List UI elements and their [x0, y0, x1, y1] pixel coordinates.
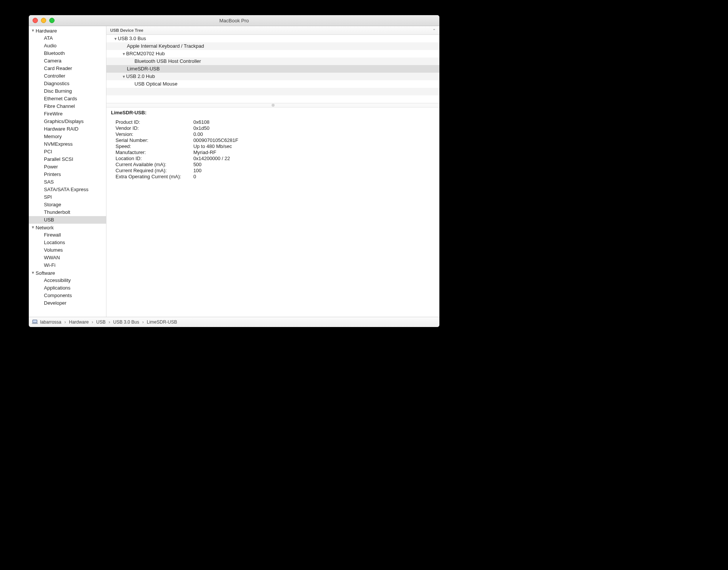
sidebar-item[interactable]: Fibre Channel	[29, 103, 106, 110]
sidebar-item[interactable]: Ethernet Cards	[29, 95, 106, 103]
tree-row-label: USB 3.0 Bus	[118, 36, 146, 41]
sidebar-item[interactable]: Graphics/Displays	[29, 118, 106, 125]
tree-row[interactable]: LimeSDR-USB	[106, 65, 439, 73]
sidebar-item[interactable]: Locations	[29, 239, 106, 246]
tree-row[interactable]: ▼BRCM20702 Hub	[106, 50, 439, 58]
titlebar[interactable]: MacBook Pro	[29, 15, 439, 26]
tree-row-label: USB Optical Mouse	[134, 81, 177, 87]
sidebar-category[interactable]: ▼Hardware	[29, 27, 106, 34]
sidebar-item[interactable]: USB	[29, 216, 106, 224]
sidebar-category[interactable]: ▼Software	[29, 269, 106, 277]
tree-row-label: Apple Internal Keyboard / Trackpad	[127, 43, 204, 49]
detail-value: Myriad-RF	[184, 150, 241, 156]
tree-row[interactable]: ▼USB 2.0 Hub	[106, 73, 439, 80]
sidebar-item[interactable]: Thunderbolt	[29, 209, 106, 216]
detail-title: LimeSDR-USB:	[111, 110, 435, 115]
detail-row: Extra Operating Current (mA):0	[116, 174, 241, 180]
tree-row[interactable]: USB Optical Mouse	[106, 80, 439, 88]
sidebar-item[interactable]: SPI	[29, 193, 106, 201]
sidebar-category[interactable]: ▼Network	[29, 224, 106, 231]
window-controls	[33, 18, 55, 23]
detail-row: Current Required (mA):100	[116, 168, 241, 174]
tree-row-label: BRCM20702 Hub	[126, 51, 165, 56]
detail-key: Speed:	[116, 143, 184, 150]
sidebar-item[interactable]: Diagnostics	[29, 80, 106, 87]
usb-device-tree[interactable]: ▼USB 3.0 BusApple Internal Keyboard / Tr…	[106, 35, 439, 95]
sidebar-item[interactable]: Volumes	[29, 246, 106, 254]
sidebar-item[interactable]: Memory	[29, 133, 106, 140]
sidebar-item[interactable]: Storage	[29, 201, 106, 209]
system-information-window: MacBook Pro ▼HardwareATAAudioBluetoothCa…	[29, 15, 439, 327]
window-body: ▼HardwareATAAudioBluetoothCameraCard Rea…	[29, 26, 439, 317]
detail-row: Vendor ID:0x1d50	[116, 125, 241, 131]
sidebar-item[interactable]: Audio	[29, 42, 106, 50]
disclosure-triangle-icon[interactable]: ▼	[122, 73, 126, 81]
split-handle[interactable]	[106, 103, 439, 107]
tree-row[interactable]: ▼USB 3.0 Bus	[106, 35, 439, 42]
disclosure-triangle-icon[interactable]: ▼	[31, 271, 35, 275]
sidebar-item[interactable]: Components	[29, 292, 106, 299]
sort-indicator-icon[interactable]: ⌃	[433, 28, 436, 33]
sidebar-item[interactable]: Card Reader	[29, 65, 106, 72]
disclosure-triangle-icon[interactable]: ▼	[122, 50, 126, 58]
sidebar-item[interactable]: Hardware RAID	[29, 125, 106, 133]
detail-key: Serial Number:	[116, 137, 184, 143]
sidebar-scroll[interactable]: ▼HardwareATAAudioBluetoothCameraCard Rea…	[29, 26, 106, 317]
svg-rect-2	[32, 323, 38, 324]
sidebar-item[interactable]: NVMExpress	[29, 140, 106, 148]
sidebar-item[interactable]: Disc Burning	[29, 87, 106, 95]
path-segment[interactable]: LimeSDR-USB	[147, 319, 177, 325]
svg-rect-1	[33, 320, 37, 322]
detail-key: Current Available (mA):	[116, 162, 184, 168]
detail-value: 100	[184, 168, 241, 174]
sidebar-item[interactable]: Printers	[29, 171, 106, 178]
sidebar-item[interactable]: Applications	[29, 284, 106, 292]
sidebar-item[interactable]: SATA/SATA Express	[29, 186, 106, 193]
path-segment[interactable]: USB 3.0 Bus	[113, 319, 139, 325]
chevron-right-icon: ›	[109, 319, 110, 325]
minimize-button[interactable]	[41, 18, 46, 23]
split-grip-icon	[272, 104, 275, 107]
tree-row[interactable]: Apple Internal Keyboard / Trackpad	[106, 42, 439, 50]
path-bar[interactable]: labarrossa›Hardware›USB›USB 3.0 Bus›Lime…	[29, 317, 439, 327]
tree-row[interactable]: Bluetooth USB Host Controller	[106, 58, 439, 65]
detail-key: Location ID:	[116, 156, 184, 162]
detail-value: Up to 480 Mb/sec	[184, 143, 241, 150]
disclosure-triangle-icon[interactable]: ▼	[31, 29, 35, 33]
close-button[interactable]	[33, 18, 38, 23]
sidebar-item[interactable]: PCI	[29, 148, 106, 156]
sidebar-item[interactable]: Power	[29, 163, 106, 171]
sidebar-category-label: Software	[36, 270, 55, 276]
sidebar-item[interactable]: Firewall	[29, 231, 106, 239]
detail-value: 0x6108	[184, 119, 241, 125]
sidebar-item[interactable]: SAS	[29, 178, 106, 186]
sidebar-item[interactable]: Developer	[29, 299, 106, 307]
sidebar-item[interactable]: FireWire	[29, 110, 106, 118]
sidebar-item[interactable]: Controller	[29, 72, 106, 80]
tree-blank-row	[106, 95, 439, 103]
tree-column-header[interactable]: USB Device Tree ⌃	[106, 26, 439, 35]
path-segment[interactable]: USB	[96, 319, 106, 325]
path-segment[interactable]: Hardware	[69, 319, 89, 325]
sidebar-item[interactable]: Bluetooth	[29, 50, 106, 57]
sidebar-item[interactable]: Parallel SCSI	[29, 156, 106, 163]
detail-row: Manufacturer:Myriad-RF	[116, 150, 241, 156]
device-detail-pane: LimeSDR-USB: Product ID:0x6108Vendor ID:…	[106, 107, 439, 317]
sidebar-pane: ▼HardwareATAAudioBluetoothCameraCard Rea…	[29, 26, 106, 317]
sidebar-item[interactable]: ATA	[29, 34, 106, 42]
sidebar-item[interactable]: Wi-Fi	[29, 262, 106, 269]
disclosure-triangle-icon[interactable]: ▼	[113, 35, 118, 43]
detail-key: Manufacturer:	[116, 150, 184, 156]
detail-row: Location ID:0x14200000 / 22	[116, 156, 241, 162]
disclosure-triangle-icon[interactable]: ▼	[31, 226, 35, 229]
path-computer[interactable]: labarrossa	[40, 319, 61, 325]
sidebar-category-label: Hardware	[36, 28, 57, 34]
detail-key: Extra Operating Current (mA):	[116, 174, 184, 180]
tree-row-label: USB 2.0 Hub	[126, 73, 155, 79]
computer-icon	[32, 319, 38, 325]
zoom-button[interactable]	[49, 18, 55, 23]
sidebar-item[interactable]: Accessibility	[29, 277, 106, 284]
sidebar-item[interactable]: Camera	[29, 57, 106, 65]
sidebar-item[interactable]: WWAN	[29, 254, 106, 262]
detail-value: 0	[184, 174, 241, 180]
